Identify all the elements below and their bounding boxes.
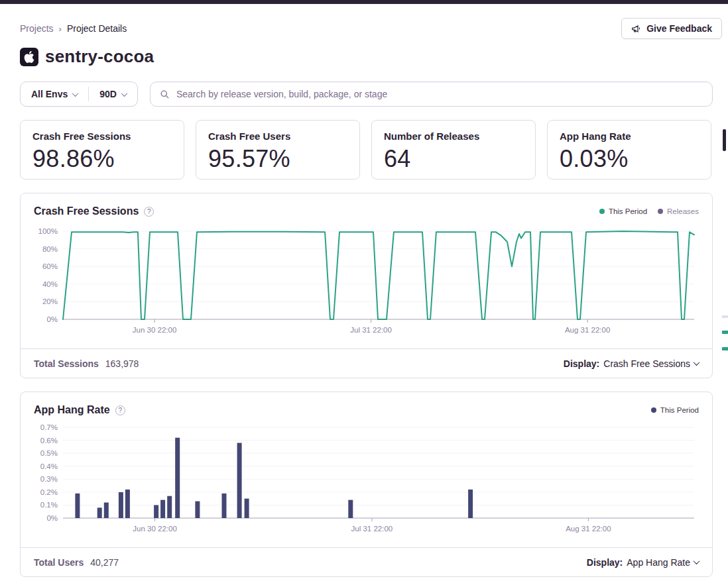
project-title-row: sentry-cocoa: [20, 46, 713, 67]
environment-dropdown-label: All Envs: [31, 89, 68, 99]
legend-dot: [658, 209, 663, 214]
crash-free-sessions-panel: Crash Free Sessions ? This Period Releas…: [20, 193, 713, 378]
panel-title: App Hang Rate: [34, 404, 110, 416]
stat-label: Crash Free Sessions: [32, 131, 172, 142]
svg-text:80%: 80%: [42, 245, 58, 253]
apple-icon: [20, 48, 38, 66]
breadcrumb-row: Projects › Project Details Give Feedback: [20, 17, 713, 40]
chevron-down-icon: [121, 90, 127, 97]
svg-text:Aug 31 22:00: Aug 31 22:00: [565, 326, 610, 334]
search-icon: [160, 89, 170, 99]
display-dropdown[interactable]: Display: App Hang Rate: [587, 557, 699, 568]
filter-pill-group: All Envs 90D: [20, 81, 138, 107]
total-users-value: 40,277: [90, 557, 119, 568]
stat-label: Number of Releases: [384, 131, 523, 142]
svg-text:0.1%: 0.1%: [40, 501, 58, 509]
filter-row: All Envs 90D: [20, 81, 713, 107]
cutoff-fragment: [722, 347, 728, 350]
chevron-down-icon: [694, 558, 700, 564]
panel-header: App Hang Rate ? This Period: [21, 392, 712, 421]
svg-text:0.4%: 0.4%: [40, 462, 58, 470]
release-search-box: [150, 81, 713, 107]
date-range-dropdown-label: 90D: [99, 89, 117, 99]
display-label: Display:: [587, 557, 623, 568]
legend-dot: [651, 407, 656, 413]
svg-text:Jun 30 22:00: Jun 30 22:00: [133, 326, 177, 334]
total-users-label: Total Users: [34, 557, 84, 568]
stat-label: App Hang Rate: [560, 131, 699, 142]
help-icon[interactable]: ?: [115, 405, 125, 415]
stat-card-app-hang-rate: App Hang Rate 0.03%: [547, 120, 711, 180]
legend-item-releases[interactable]: Releases: [658, 207, 699, 215]
environment-dropdown[interactable]: All Envs: [21, 82, 88, 106]
stat-value: 0.03%: [560, 145, 699, 173]
svg-text:0%: 0%: [46, 315, 58, 323]
panel-footer: Total Sessions 163,978 Display: Crash Fr…: [21, 348, 712, 378]
panel-header: Crash Free Sessions ? This Period Releas…: [21, 193, 712, 223]
cutoff-fragment: [722, 315, 728, 318]
svg-text:Aug 31 22:00: Aug 31 22:00: [566, 525, 611, 533]
breadcrumb-projects-link[interactable]: Projects: [20, 23, 54, 34]
stat-cards-row: Crash Free Sessions 98.86% Crash Free Us…: [20, 120, 713, 180]
svg-text:0.7%: 0.7%: [40, 423, 58, 431]
svg-text:0.5%: 0.5%: [40, 449, 58, 457]
svg-text:Jul 31 22:00: Jul 31 22:00: [350, 326, 392, 334]
stat-label: Crash Free Users: [208, 131, 347, 142]
stat-card-crash-free-sessions: Crash Free Sessions 98.86%: [20, 120, 184, 180]
display-dropdown[interactable]: Display: Crash Free Sessions: [564, 358, 699, 369]
search-input[interactable]: [176, 89, 703, 99]
app-hang-rate-panel: App Hang Rate ? This Period 0%0.1%0.2%0.…: [20, 392, 713, 577]
cutoff-fragment: [722, 331, 728, 334]
display-label: Display:: [564, 358, 599, 369]
project-details-page: Projects › Project Details Give Feedback: [0, 0, 728, 583]
svg-text:0%: 0%: [46, 514, 58, 522]
give-feedback-label: Give Feedback: [646, 23, 712, 34]
top-accent-bar: [0, 0, 728, 4]
legend-dot: [599, 209, 605, 214]
breadcrumb: Projects › Project Details: [20, 23, 127, 34]
svg-text:60%: 60%: [42, 262, 58, 270]
display-value: App Hang Rate: [627, 557, 690, 568]
legend-label: This Period: [609, 207, 647, 215]
cutoff-stat-value-fragment: [723, 129, 726, 151]
svg-text:0.6%: 0.6%: [40, 437, 58, 445]
stat-card-number-of-releases: Number of Releases 64: [371, 120, 536, 180]
stat-value: 95.57%: [208, 145, 347, 173]
stat-value: 64: [384, 145, 523, 173]
help-icon[interactable]: ?: [144, 207, 154, 217]
svg-text:0.3%: 0.3%: [40, 475, 58, 483]
svg-text:40%: 40%: [42, 280, 58, 288]
legend-label: Releases: [667, 207, 699, 215]
page-title: sentry-cocoa: [45, 46, 154, 67]
megaphone-icon: [631, 24, 641, 34]
chart-legend: This Period: [651, 406, 699, 414]
total-sessions-label: Total Sessions: [34, 358, 99, 369]
svg-text:0.2%: 0.2%: [40, 488, 58, 496]
svg-text:Jul 31 22:00: Jul 31 22:00: [351, 525, 393, 533]
app-hang-rate-chart[interactable]: 0%0.1%0.2%0.3%0.4%0.5%0.6%0.7%Jun 30 22:…: [33, 421, 699, 541]
legend-item-this-period[interactable]: This Period: [599, 207, 647, 215]
panel-title: Crash Free Sessions: [34, 205, 139, 217]
breadcrumb-current: Project Details: [67, 23, 127, 34]
give-feedback-button[interactable]: Give Feedback: [621, 18, 722, 39]
legend-item-this-period[interactable]: This Period: [651, 406, 699, 414]
panel-footer: Total Users 40,277 Display: App Hang Rat…: [21, 547, 712, 576]
chevron-down-icon: [694, 359, 700, 366]
total-sessions-value: 163,978: [105, 358, 139, 369]
display-value: Crash Free Sessions: [603, 358, 690, 369]
stat-value: 98.86%: [32, 145, 172, 173]
stat-card-crash-free-users: Crash Free Users 95.57%: [196, 120, 360, 180]
date-range-dropdown[interactable]: 90D: [89, 82, 137, 106]
chevron-down-icon: [72, 90, 79, 97]
breadcrumb-separator-icon: ›: [59, 24, 62, 34]
legend-label: This Period: [660, 406, 699, 414]
svg-text:100%: 100%: [38, 227, 58, 235]
chart-legend: This Period Releases: [599, 207, 699, 215]
svg-text:20%: 20%: [42, 297, 58, 305]
svg-text:Jun 30 22:00: Jun 30 22:00: [133, 525, 177, 533]
crash-free-sessions-chart[interactable]: 0%20%40%60%80%100%Jun 30 22:00Jul 31 22:…: [33, 223, 699, 342]
